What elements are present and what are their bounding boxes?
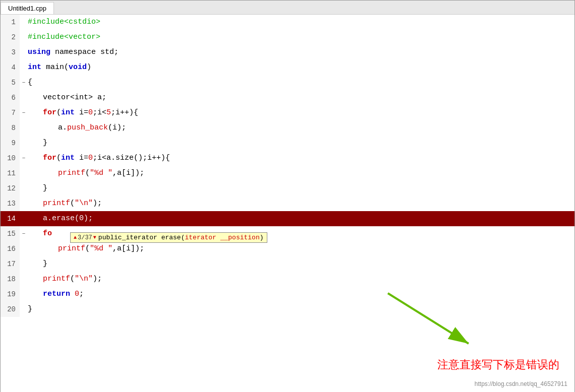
file-tab[interactable]: Untitled1.cpp: [1, 2, 54, 14]
code-content: using namespace std;: [28, 45, 119, 60]
line-number: 10: [1, 151, 20, 166]
code-line: 8a.push_back(i);: [1, 120, 574, 136]
fold-icon[interactable]: −: [20, 231, 28, 237]
line-number: 12: [1, 181, 20, 196]
line-number: 15: [1, 226, 20, 241]
code-line: 13printf("\n");: [1, 196, 574, 211]
line-number: 5: [1, 75, 20, 90]
line-number: 7: [1, 105, 20, 120]
code-line: 10−for(int i=0;i<a.size();i++){: [1, 151, 574, 166]
line-number: 19: [1, 287, 20, 302]
code-line: 16printf("%d ",a[i]);: [1, 241, 574, 256]
code-line: 12}: [1, 181, 574, 196]
code-content: #include<cstdio>: [28, 15, 100, 30]
line-number: 20: [1, 302, 20, 317]
code-line: 3using namespace std;: [1, 45, 574, 60]
watermark: https://blog.csdn.net/qq_46527911: [475, 380, 567, 387]
line-number: 4: [1, 60, 20, 75]
code-content: return 0;: [28, 287, 84, 302]
ac-nav: ▲ 3/37 ▼: [74, 234, 96, 241]
code-content: printf("\n");: [28, 196, 102, 211]
ac-signature: public_iterator erase(iterator __positio…: [98, 234, 264, 241]
editor-window: Untitled1.cpp 1#include<cstdio>2#include…: [0, 0, 575, 392]
annotation-arrow: [378, 288, 489, 354]
line-number: 18: [1, 272, 20, 287]
code-content: for(int i=0;i<5;i++){: [28, 105, 138, 120]
code-content: a.push_back(i);: [28, 120, 126, 136]
code-content: }: [28, 136, 47, 151]
code-line: 18printf("\n");: [1, 272, 574, 287]
annotation-text: 注意直接写下标是错误的: [437, 357, 559, 372]
code-content: fo: [28, 226, 52, 241]
code-content: vector<int> a;: [28, 90, 106, 105]
line-number: 9: [1, 136, 20, 151]
tab-bar: Untitled1.cpp: [1, 1, 574, 15]
line-number: 8: [1, 120, 20, 136]
code-content: printf("\n");: [28, 272, 102, 287]
line-number: 11: [1, 166, 20, 181]
line-number: 2: [1, 30, 20, 45]
svg-line-1: [388, 293, 469, 344]
code-content: }: [28, 302, 32, 317]
code-content: for(int i=0;i<a.size();i++){: [28, 151, 170, 166]
code-content: a.erase(0);: [28, 211, 93, 226]
autocomplete-box: ▲ 3/37 ▼ public_iterator erase(iterator …: [70, 232, 267, 243]
line-number: 3: [1, 45, 20, 60]
fold-icon[interactable]: −: [20, 110, 28, 116]
code-content: printf("%d ",a[i]);: [28, 241, 144, 256]
line-number: 17: [1, 256, 20, 272]
code-line: 11printf("%d ",a[i]);: [1, 166, 574, 181]
code-line: 14a.erase(0);: [1, 211, 574, 226]
code-line: 4int main(void): [1, 60, 574, 75]
ac-count: 3/37: [78, 234, 92, 241]
code-content: {: [28, 75, 32, 90]
code-line: 2#include<vector>: [1, 30, 574, 45]
fold-icon[interactable]: −: [20, 80, 28, 86]
code-line: 7−for(int i=0;i<5;i++){: [1, 105, 574, 120]
line-number: 1: [1, 15, 20, 30]
code-line: 1#include<cstdio>: [1, 15, 574, 30]
line-number: 6: [1, 90, 20, 105]
line-number: 16: [1, 241, 20, 256]
code-line: 5−{: [1, 75, 574, 90]
code-content: #include<vector>: [28, 30, 100, 45]
code-line: 9}: [1, 136, 574, 151]
code-line: 6vector<int> a;: [1, 90, 574, 105]
code-line: 17}: [1, 256, 574, 272]
line-number: 14: [1, 211, 20, 226]
ac-prev-arrow[interactable]: ▲: [74, 235, 77, 240]
code-content: int main(void): [28, 60, 91, 75]
fold-icon[interactable]: −: [20, 155, 28, 161]
line-number: 13: [1, 196, 20, 211]
code-content: }: [28, 256, 47, 272]
code-content: }: [28, 181, 47, 196]
code-content: printf("%d ",a[i]);: [28, 166, 144, 181]
ac-next-arrow[interactable]: ▼: [93, 235, 96, 240]
